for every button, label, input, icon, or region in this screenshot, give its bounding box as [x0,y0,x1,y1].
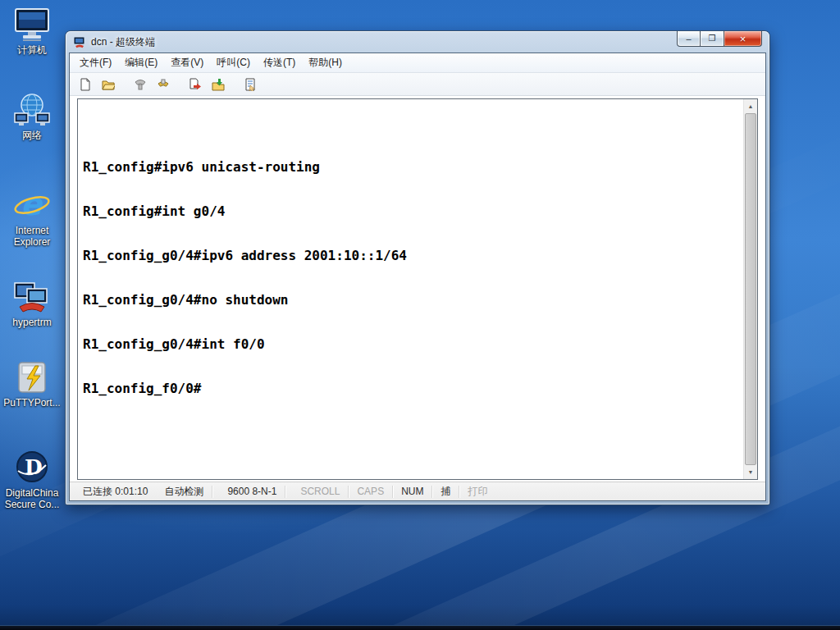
putty-icon [2,359,62,395]
app-icon [73,35,86,48]
terminal-frame: R1_config#ipv6 unicast-routing R1_config… [77,98,758,480]
terminal-line: R1_config#int g0/4 [83,204,740,219]
terminal-output[interactable]: R1_config#ipv6 unicast-routing R1_config… [78,99,743,479]
status-autodetect: 自动检测 [156,486,212,498]
svg-text:e: e [21,187,43,222]
terminal-line: R1_config_f0/0# [83,381,740,396]
new-connection-button[interactable] [75,75,96,94]
desktop-icon-label: PuTTYPort... [2,397,62,409]
send-button[interactable] [185,75,206,94]
desktop-icon-network[interactable]: 网络 [2,92,62,141]
scrollbar-thumb[interactable] [745,113,756,465]
window-client-area: 文件(F) 编辑(E) 查看(V) 呼叫(C) 传送(T) 帮助(H) [69,52,766,501]
titlebar[interactable]: dcn - 超级终端 – ❐ × [66,31,769,52]
send-file-icon [189,78,202,91]
toolbar [70,73,765,96]
window-controls: – ❐ × [677,31,762,47]
desktop-icon-computer[interactable]: 计算机 [2,7,62,56]
desktop-icon-hypertrm[interactable]: hypertrm [2,279,62,328]
status-scroll: SCROLL [292,486,349,498]
network-icon [2,92,62,128]
hyperterminal-icon [2,279,62,315]
receive-button[interactable] [208,75,229,94]
new-document-icon [79,78,92,91]
menubar: 文件(F) 编辑(E) 查看(V) 呼叫(C) 传送(T) 帮助(H) [70,53,765,73]
status-caps: CAPS [349,486,393,498]
desktop-icon-puttyport[interactable]: PuTTYPort... [2,359,62,409]
svg-text:D: D [25,455,43,479]
menu-help[interactable]: 帮助(H) [302,52,349,73]
menu-file[interactable]: 文件(F) [73,52,118,73]
menu-view[interactable]: 查看(V) [164,52,210,73]
menu-call[interactable]: 呼叫(C) [210,52,257,73]
desktop-icon-label: Internet Explorer [6,225,58,248]
hangup-phone-icon [157,78,170,91]
computer-icon [2,7,62,43]
receive-file-icon [212,78,225,91]
menu-edit[interactable]: 编辑(E) [118,52,164,73]
status-num: NUM [393,486,432,498]
terminal-line: R1_config_g0/4#no shutdown [83,293,740,308]
close-button[interactable]: × [724,31,762,47]
window-title: dcn - 超级终端 [91,35,155,49]
scroll-up-arrow-icon[interactable]: ▲ [744,99,757,113]
desktop-icon-label: hypertrm [2,317,62,328]
desktop-icon-label: DigitalChina Secure Co... [3,487,61,510]
digitalchina-icon: D [2,450,62,486]
desktop-icon-digitalchina[interactable]: D DigitalChina Secure Co... [2,450,62,510]
minimize-button[interactable]: – [677,31,701,47]
terminal-line: R1_config_g0/4#int f0/0 [83,337,740,352]
disconnect-button[interactable] [153,75,174,94]
scroll-down-arrow-icon[interactable]: ▼ [744,465,757,479]
maximize-button[interactable]: ❐ [701,31,724,47]
internet-explorer-icon: e [2,187,62,223]
open-button[interactable] [98,75,119,94]
desktop-icon-internet-explorer[interactable]: e Internet Explorer [2,187,62,248]
properties-icon [244,78,257,91]
taskbar-edge[interactable] [0,625,840,630]
statusbar: 已连接 0:01:10 自动检测 9600 8-N-1 SCROLL CAPS … [70,482,765,500]
terminal-line: R1_config#ipv6 unicast-routing [83,160,740,175]
call-button[interactable] [130,75,151,94]
open-folder-icon [102,78,115,91]
terminal-line: R1_config_g0/4#ipv6 address 2001:10::1/6… [83,249,740,263]
call-phone-icon [134,78,147,91]
menu-transfer[interactable]: 传送(T) [257,52,302,73]
properties-button[interactable] [240,75,261,94]
desktop-icon-label: 计算机 [2,44,62,56]
status-baud: 9600 8-N-1 [219,486,285,498]
status-print: 打印 [459,486,495,498]
status-connected: 已连接 0:01:10 [75,486,156,498]
desktop-icon-label: 网络 [2,130,62,141]
vertical-scrollbar[interactable]: ▲ ▼ [743,99,757,479]
status-capture: 捕 [432,486,459,498]
hyperterminal-window: dcn - 超级终端 – ❐ × 文件(F) 编辑(E) 查看(V) 呼叫(C)… [66,31,769,504]
